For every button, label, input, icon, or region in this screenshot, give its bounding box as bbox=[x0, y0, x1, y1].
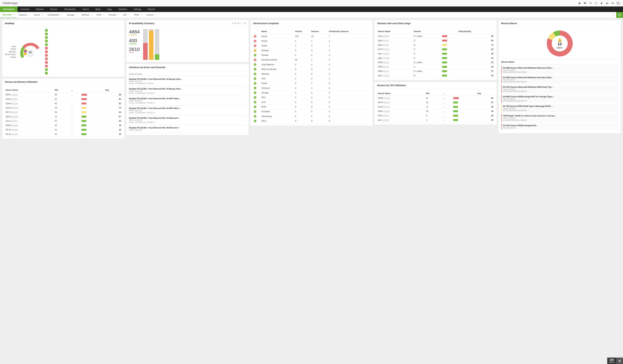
list-item[interactable]: Realtek RTL8139C+ Fast Ethernet NIC #3-E… bbox=[129, 115, 246, 125]
table-row[interactable]: HP DL35...45 bbox=[5, 128, 122, 132]
list-item[interactable]: Realtek RTL8139C+ Fast Ethernet NIC #3-N… bbox=[129, 76, 246, 86]
table-row[interactable]: ✕Router222 bbox=[253, 39, 370, 43]
alarm-item[interactable]: APM Plugin: Health is critical as the re… bbox=[501, 114, 618, 122]
nav-secondary-network[interactable]: Network▾ bbox=[17, 12, 32, 18]
table-row[interactable]: OPMC:\ Label...42 bbox=[377, 60, 494, 65]
nav-primary-virtualization[interactable]: Virtualization bbox=[61, 6, 79, 12]
table-row[interactable]: ✕DomainController4922 bbox=[253, 58, 370, 62]
list-item[interactable]: Realtek RTL8139C+ Fast Ethernet NIC #3-W… bbox=[129, 106, 246, 115]
nav-secondary-storage[interactable]: Storage▾ bbox=[65, 12, 79, 18]
table-row[interactable]: OPM-30...39 bbox=[377, 109, 494, 113]
headset-icon[interactable] bbox=[588, 1, 593, 5]
nav-primary-servers[interactable]: Servers bbox=[47, 6, 61, 12]
alarm-item[interactable]: ID=6002 Source=MSExchange Mid-Tier Stora… bbox=[501, 95, 618, 103]
status-square[interactable] bbox=[45, 68, 48, 71]
table-row[interactable]: OPMc97...99 bbox=[377, 96, 494, 100]
table-row[interactable]: ✓UCS000 bbox=[253, 100, 370, 105]
nav-secondary-ncm[interactable]: NCM▾ bbox=[94, 12, 106, 18]
table-row[interactable]: HP Pr35...57 bbox=[377, 100, 494, 105]
table-row[interactable]: ✓Storage000 bbox=[253, 90, 370, 95]
nav-primary-maps[interactable]: Maps bbox=[92, 6, 104, 12]
table-row[interactable]: ✓UPS000 bbox=[253, 76, 370, 81]
alarm-item[interactable]: ID=700 Source=NTDS ISAM Type=3 Message=N… bbox=[501, 104, 618, 112]
nav-primary-alarms[interactable]: Alarms bbox=[79, 6, 92, 12]
search-icon[interactable] bbox=[594, 1, 598, 5]
close-icon[interactable]: ✕ bbox=[244, 22, 246, 25]
edit-icon[interactable]: ✎ bbox=[238, 22, 240, 25]
table-row[interactable]: vijay-C:43 bbox=[377, 56, 494, 60]
table-row[interactable]: opm-w26...74 bbox=[5, 106, 122, 110]
status-square[interactable] bbox=[45, 61, 48, 64]
table-row[interactable]: ✓PDU000 bbox=[253, 95, 370, 100]
nav-primary-workflow[interactable]: Workflow bbox=[115, 6, 130, 12]
table-row[interactable]: ✓TapeLibrary000 bbox=[253, 114, 370, 119]
table-row[interactable]: OpmD:72 bbox=[377, 43, 494, 47]
table-row[interactable]: ✓Load Balancer000 bbox=[253, 62, 370, 67]
nav-secondary-firewall[interactable]: Firewall▾ bbox=[106, 12, 121, 18]
table-row[interactable]: ✓WAN Accelerator000 bbox=[253, 67, 370, 72]
table-row[interactable]: vCent92...93 bbox=[5, 97, 122, 101]
alarm-item[interactable]: ID=4625 Source=Microsoft-Windows-Securit… bbox=[501, 75, 618, 84]
status-square[interactable] bbox=[45, 47, 48, 49]
nav-secondary-overview[interactable]: Overview▾ bbox=[0, 12, 17, 18]
nav-secondary-netflow[interactable]: NetFlow▾ bbox=[79, 12, 94, 18]
nav-primary-reports[interactable]: Reports bbox=[144, 6, 158, 12]
table-row[interactable]: opm-1...28 bbox=[377, 118, 494, 122]
table-row[interactable]: Cisco52...52 bbox=[5, 119, 122, 123]
status-square[interactable] bbox=[45, 54, 48, 57]
table-row[interactable]: ✓Wireless000 bbox=[253, 72, 370, 76]
status-square[interactable] bbox=[45, 58, 48, 60]
status-square[interactable] bbox=[45, 72, 48, 74]
table-row[interactable]: OpmC:95 bbox=[377, 39, 494, 43]
table-row[interactable]: OPMC:38 bbox=[377, 65, 494, 69]
table-row[interactable]: ✓Unknown030 bbox=[253, 86, 370, 90]
add-widget-button[interactable] bbox=[616, 12, 623, 18]
table-row[interactable]: opm-D:35 bbox=[377, 73, 494, 78]
nav-secondary-virtualization[interactable]: Virtualization▾ bbox=[45, 12, 65, 18]
status-square[interactable] bbox=[45, 33, 48, 35]
favorite-icon[interactable]: ★ bbox=[610, 14, 616, 16]
table-row[interactable]: !Desktop832 bbox=[253, 48, 370, 53]
table-row[interactable]: ✓Firewall000 bbox=[253, 53, 370, 58]
monitor-icon[interactable] bbox=[583, 1, 587, 5]
nav-secondary-ipam[interactable]: IPAM▾ bbox=[132, 12, 144, 18]
table-row[interactable]: HP Pr59...63 bbox=[5, 110, 122, 114]
table-row[interactable]: vCenC:\ Label...96 bbox=[377, 34, 494, 39]
nav-primary-network[interactable]: Network bbox=[33, 6, 47, 12]
nav-primary-settings[interactable]: Settings bbox=[130, 6, 144, 12]
stack-icon[interactable] bbox=[605, 1, 609, 5]
nav-secondary-server[interactable]: Server▾ bbox=[32, 12, 45, 18]
table-row[interactable]: k16-D11...49 bbox=[377, 105, 494, 109]
table-row[interactable]: opm-C:48 bbox=[377, 52, 494, 56]
table-row[interactable]: OPMc45...46 bbox=[5, 123, 122, 128]
table-row[interactable]: ✕Switch121 bbox=[253, 43, 370, 48]
nav-primary-dashboard[interactable]: Dashboard bbox=[0, 6, 18, 12]
table-row[interactable]: Opm-215...57 bbox=[5, 114, 122, 119]
nav-primary-inventory[interactable]: Inventory bbox=[18, 6, 33, 12]
nav-secondary-dpi[interactable]: DPI▾ bbox=[121, 12, 132, 18]
alarm-item[interactable]: ID=1014 Source=Microsoft-Windows-DNS-Cli… bbox=[501, 85, 618, 93]
table-row[interactable]: N2-op42...42 bbox=[5, 132, 122, 136]
alarm-item[interactable]: ID=2004 Source=Microsoft-Windows-Resourc… bbox=[501, 66, 618, 74]
table-row[interactable]: HP D4...29 bbox=[377, 113, 494, 118]
table-row[interactable]: ✓Printer010 bbox=[253, 81, 370, 86]
table-row[interactable]: ✓URLs000 bbox=[253, 119, 370, 124]
table-row[interactable]: OPM-98...98 bbox=[5, 93, 122, 97]
nav-primary-apps[interactable]: Apps bbox=[104, 6, 115, 12]
status-square[interactable] bbox=[45, 29, 48, 32]
rocket-icon[interactable] bbox=[577, 1, 582, 5]
status-square[interactable] bbox=[45, 40, 48, 42]
refresh-icon[interactable]: ⟳ bbox=[232, 22, 234, 25]
status-square[interactable] bbox=[45, 50, 48, 53]
user-icon[interactable] bbox=[616, 1, 621, 5]
list-item[interactable]: Realtek RTL8139C+ Fast Ethernet NIC #3-W… bbox=[129, 96, 246, 106]
table-row[interactable]: ✕Server215207 bbox=[253, 34, 370, 39]
list-item[interactable]: Realtek RTL8139C+ Fast Ethernet NIC #4-E… bbox=[129, 125, 246, 133]
table-row[interactable]: ✓RAID000 bbox=[253, 105, 370, 109]
table-row[interactable]: Opma80...81 bbox=[5, 101, 122, 106]
table-row[interactable]: ✓FCSwitch000 bbox=[253, 109, 370, 114]
gear-icon[interactable] bbox=[610, 1, 615, 5]
status-square[interactable] bbox=[45, 43, 48, 46]
alarm-item[interactable]: ID=1010 Source=MSExchangeFastS...Opm bbox=[501, 124, 618, 130]
nav-secondary-custom[interactable]: Custom▾ bbox=[144, 12, 159, 18]
